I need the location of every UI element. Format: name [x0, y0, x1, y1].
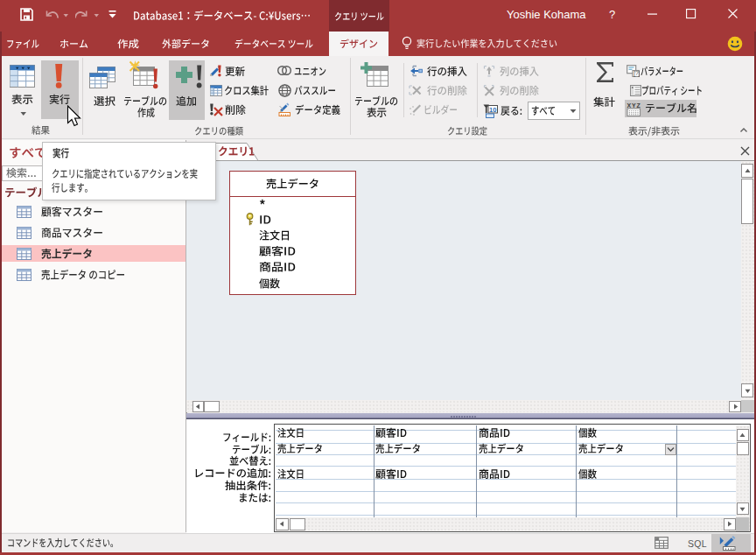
svg-text:10: 10	[489, 105, 496, 113]
svg-text:[?]: [?]	[634, 70, 640, 77]
svg-text:XYZ: XYZ	[627, 102, 641, 108]
